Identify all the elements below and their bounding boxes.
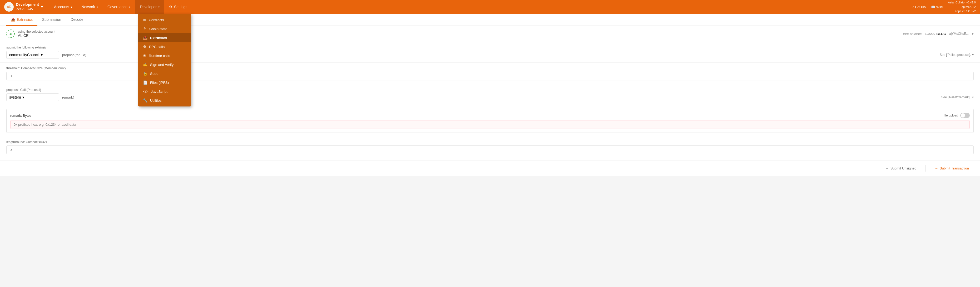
submit-unsigned-label: Submit Unsigned xyxy=(891,166,916,170)
rpc-calls-icon: ⚙ xyxy=(143,45,146,49)
developer-chevron-icon: ▾ xyxy=(158,6,159,8)
wiki-link[interactable]: 📖 Wiki xyxy=(931,5,943,9)
nav-items: Accounts ▾ Network ▾ Governance ▾ Develo… xyxy=(49,0,912,14)
proposal-call-display: remark( xyxy=(62,96,74,99)
see-pallet-remark-link[interactable]: See ['Pallet::remark']. ▾ xyxy=(941,96,974,99)
account-icon: ◉ xyxy=(6,30,15,38)
wiki-icon: 📖 xyxy=(931,5,935,9)
pallet-dropdown-icon: ▾ xyxy=(41,53,43,57)
javascript-icon: </> xyxy=(143,89,148,94)
footer-bar: → Submit Unsigned → Submit Transaction xyxy=(0,160,980,176)
extrinsics-tab-icon: 📤 xyxy=(11,18,15,22)
files-ipfs-icon: 📄 xyxy=(143,80,148,85)
extrinsics-icon: 📤 xyxy=(143,35,148,40)
contracts-icon: ⊞ xyxy=(143,18,146,22)
account-right: free balance 1.0000 BLOC ajYMsCKsE... ▾ xyxy=(903,32,974,36)
nav-item-settings[interactable]: ⚙ Settings xyxy=(164,0,192,14)
menu-item-runtime-calls[interactable]: ✳ Runtime calls xyxy=(138,51,191,60)
pallet-select[interactable]: communityCouncil ▾ xyxy=(6,51,59,59)
github-link[interactable]: ⑂ GitHub xyxy=(912,5,926,9)
menu-item-sudo[interactable]: 🔒 Sudo xyxy=(138,69,191,78)
account-dropdown-icon[interactable]: ▾ xyxy=(972,32,974,36)
see-link-arrow-icon: ▾ xyxy=(972,53,974,57)
governance-chevron-icon: ▾ xyxy=(129,6,130,8)
runtime-calls-icon: ✳ xyxy=(143,54,146,58)
menu-item-chain-state[interactable]: 🗄 Chain state xyxy=(138,24,191,33)
nav-item-accounts[interactable]: Accounts ▾ xyxy=(49,0,77,14)
account-left: ◉ using the selected account ALICE xyxy=(6,30,55,38)
file-upload-toggle[interactable] xyxy=(960,113,970,118)
version-info: Astar Collator v5.41.0 api v12.0.2 apps … xyxy=(948,0,976,13)
pallet-value: communityCouncil xyxy=(9,53,39,57)
remark-header: remark: Bytes file upload xyxy=(10,113,970,118)
free-balance-value: 1.0000 BLOC xyxy=(925,32,946,36)
remark-input[interactable] xyxy=(10,120,970,129)
accounts-chevron-icon: ▾ xyxy=(71,6,72,8)
tab-submission[interactable]: Submission xyxy=(37,14,66,26)
file-upload-label: file upload xyxy=(943,113,958,117)
nav-right: ⑂ GitHub 📖 Wiki Astar Collator v5.41.0 a… xyxy=(912,0,976,13)
submit-transaction-button[interactable]: → Submit Transaction xyxy=(930,164,974,172)
nav-item-developer[interactable]: Developer ▾ xyxy=(135,0,164,14)
menu-item-contracts[interactable]: ⊞ Contracts xyxy=(138,15,191,24)
sign-verify-icon: ✍ xyxy=(143,62,148,67)
remark-section: remark: Bytes file upload xyxy=(6,109,974,133)
tab-decode[interactable]: Decode xyxy=(66,14,88,26)
length-bound-input[interactable] xyxy=(6,145,974,154)
menu-item-sign-verify[interactable]: ✍ Sign and verify xyxy=(138,60,191,69)
nav-item-governance[interactable]: Governance ▾ xyxy=(103,0,135,14)
brand-text: Development local/1 #45 xyxy=(16,2,39,11)
file-upload-row: file upload xyxy=(943,113,970,118)
length-bound-label: lengthBound: Compact<u32> xyxy=(6,140,974,144)
submit-unsigned-icon: → xyxy=(886,166,889,170)
account-label: using the selected account xyxy=(18,30,55,33)
free-balance-label: free balance xyxy=(903,32,922,36)
see-pallet-propose-link[interactable]: See ['Pallet::propose']. ▾ xyxy=(940,53,974,57)
submit-unsigned-button[interactable]: → Submit Unsigned xyxy=(881,164,921,172)
menu-item-extrinsics[interactable]: 📤 Extrinsics xyxy=(138,33,191,42)
nav-item-network[interactable]: Network ▾ xyxy=(77,0,103,14)
utilities-icon: 🔧 xyxy=(143,98,148,102)
proposal-pallet-dropdown-icon: ▾ xyxy=(22,95,24,99)
tab-extrinsics[interactable]: 📤 Extrinsics xyxy=(6,14,37,26)
account-info: using the selected account ALICE xyxy=(18,30,55,38)
network-chevron-icon: ▾ xyxy=(97,6,98,8)
brand[interactable]: AC Development local/1 #45 ▾ xyxy=(4,2,43,11)
menu-item-javascript[interactable]: </> JavaScript xyxy=(138,87,191,96)
menu-item-rpc-calls[interactable]: ⚙ RPC calls xyxy=(138,42,191,51)
proposal-pallet-value: system xyxy=(9,95,21,99)
brand-name: Development xyxy=(16,2,39,7)
top-navigation: AC Development local/1 #45 ▾ Accounts ▾ … xyxy=(0,0,980,14)
submit-transaction-icon: → xyxy=(935,166,938,170)
developer-dropdown: ⊞ Contracts 🗄 Chain state 📤 Extrinsics ⚙… xyxy=(138,14,191,107)
brand-logo: AC xyxy=(4,2,14,11)
brand-node: local/1 #45 xyxy=(16,7,39,11)
account-name: ALICE xyxy=(18,33,55,38)
account-address: ajYMsCKsE... xyxy=(949,32,969,35)
settings-icon: ⚙ xyxy=(169,5,172,9)
submit-transaction-label: Submit Transaction xyxy=(940,166,969,170)
menu-item-utilities[interactable]: 🔧 Utilities xyxy=(138,96,191,105)
length-bound-section: lengthBound: Compact<u32> xyxy=(0,137,980,158)
github-icon: ⑂ xyxy=(912,5,914,9)
menu-item-files-ipfs[interactable]: 📄 Files (IPFS) xyxy=(138,78,191,87)
call-display: propose(thr... d) xyxy=(62,53,86,57)
remark-label: remark: Bytes xyxy=(10,113,31,118)
chain-state-icon: 🗄 xyxy=(143,27,147,31)
see-remark-link-arrow-icon: ▾ xyxy=(972,96,974,99)
proposal-pallet-select[interactable]: system ▾ xyxy=(6,93,59,101)
brand-chevron-icon[interactable]: ▾ xyxy=(41,5,43,9)
sudo-icon: 🔒 xyxy=(143,72,148,76)
